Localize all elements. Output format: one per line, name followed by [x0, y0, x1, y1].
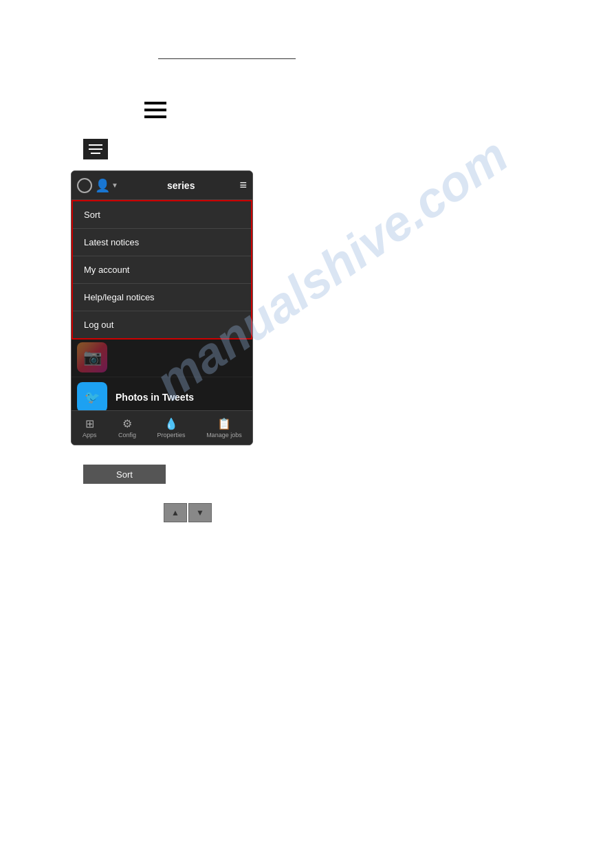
app-title: series	[122, 180, 240, 191]
phone-topbar: 👤 ▼ series ≡	[72, 171, 252, 200]
bottom-tab-properties-label: Properties	[157, 432, 186, 438]
menu-item-latest-notices[interactable]: Latest notices	[73, 229, 251, 256]
manage-jobs-icon: 📋	[217, 418, 232, 430]
bottom-tab-apps[interactable]: ⊞ Apps	[82, 418, 97, 438]
menu-item-logout[interactable]: Log out	[73, 311, 251, 338]
hamburger-icon[interactable]	[144, 102, 166, 118]
properties-icon: 💧	[164, 418, 179, 430]
bottom-tab-properties[interactable]: 💧 Properties	[157, 418, 186, 438]
bottom-tab-manage-jobs[interactable]: 📋 Manage jobs	[206, 418, 242, 438]
bottom-tab-apps-label: Apps	[83, 432, 97, 438]
icon-line-short	[91, 153, 100, 154]
app-list: 📷 🐦 Photos in Tweets 🐘 Evernote 📦 Dropbo…	[72, 337, 252, 410]
hamburger-line	[144, 102, 166, 104]
list-item[interactable]: 📷	[72, 337, 252, 377]
bottom-tab-config[interactable]: ⚙ Config	[118, 418, 136, 438]
dropdown-arrow-icon: ▼	[111, 181, 118, 189]
bottom-tab-manage-jobs-label: Manage jobs	[206, 432, 242, 438]
sort-button[interactable]: Sort	[83, 465, 166, 484]
icon-line	[89, 148, 102, 150]
phone-mockup: 👤 ▼ series ≡ Sort Latest notices My acco…	[71, 170, 253, 445]
top-link[interactable]	[158, 47, 296, 59]
hamburger-line	[144, 115, 166, 118]
bottom-tab-config-label: Config	[118, 432, 136, 438]
app-icon-instagram: 📷	[77, 342, 107, 372]
menu-item-sort[interactable]: Sort	[73, 201, 251, 229]
icon-line	[89, 144, 102, 146]
phone-bottom-bar: ⊞ Apps ⚙ Config 💧 Properties 📋 Manage jo…	[72, 410, 252, 445]
apps-icon: ⊞	[82, 418, 97, 430]
hamburger-line	[144, 109, 166, 111]
menu-button[interactable]: ≡	[239, 178, 247, 192]
app-icon-twitter: 🐦	[77, 382, 107, 412]
account-icon[interactable]: 👤	[95, 178, 110, 193]
arrow-buttons: ▲ ▼	[164, 503, 212, 522]
menu-item-my-account[interactable]: My account	[73, 256, 251, 284]
gear-icon[interactable]	[77, 178, 92, 193]
app-name-photos-tweets: Photos in Tweets	[116, 392, 194, 403]
dropdown-menu: Sort Latest notices My account Help/lega…	[72, 200, 252, 340]
config-icon: ⚙	[120, 418, 135, 430]
arrow-up-button[interactable]: ▲	[164, 503, 187, 522]
sort-filter-icon[interactable]	[83, 139, 108, 159]
menu-item-help[interactable]: Help/legal notices	[73, 284, 251, 311]
arrow-down-button[interactable]: ▼	[188, 503, 212, 522]
